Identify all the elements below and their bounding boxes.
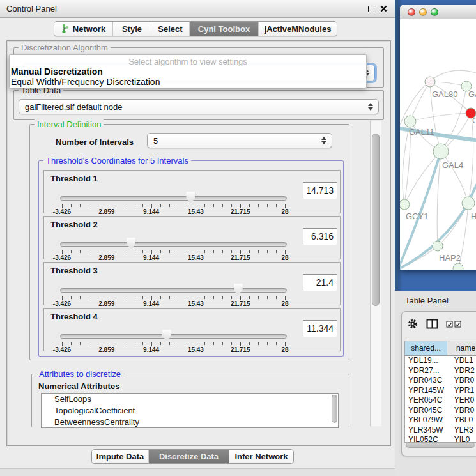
network-node-label: GAL80 [432, 89, 457, 99]
table-row[interactable]: YBR043CYBR0 [405, 376, 476, 386]
slider-tick-label: -3.426 [48, 208, 76, 215]
table-row[interactable]: YDL19...YDL1 [405, 356, 476, 366]
threshold-label: Threshold 1 [50, 174, 98, 183]
table-row[interactable]: YLR345WYLR3 [405, 426, 476, 436]
network-edge [410, 82, 430, 121]
network-graph-canvas[interactable]: GAL80GACGAL11GAL4GCY1HHAP2 [400, 19, 476, 270]
slider-tick-mark [71, 342, 72, 345]
slider-tick-mark [187, 204, 187, 207]
numerical-attributes-list[interactable]: SelfLoopsTopologicalCoefficientBetweenne… [41, 393, 339, 428]
table-cell: YDR2 [450, 366, 476, 376]
checkbox-checked-icon[interactable] [446, 321, 453, 328]
threshold-slider-thumb[interactable] [186, 192, 195, 203]
thresholds-group: Threshold's Coordinates for 5 Intervals … [38, 160, 344, 357]
table-cell: YBL0 [450, 415, 476, 426]
network-node-h[interactable] [462, 197, 475, 210]
threshold-value-field[interactable]: 11.344 [303, 320, 337, 337]
tab-cyni-toolbox[interactable]: Cyni Toolbox [190, 22, 259, 36]
table-column-header[interactable]: name [447, 341, 476, 355]
float-window-icon[interactable] [368, 6, 374, 12]
network-node-gal11[interactable] [404, 116, 416, 127]
threshold-slider-track[interactable] [60, 196, 287, 201]
network-node-gcy1[interactable] [400, 199, 410, 210]
slider-tick-mark [249, 342, 250, 345]
menu-item-manual-discretization[interactable]: Manual Discretization [10, 66, 366, 77]
network-node-hap2[interactable] [433, 241, 443, 251]
table-toolbar [407, 318, 461, 330]
slider-tick-mark [249, 204, 250, 207]
gear-icon[interactable] [407, 318, 418, 330]
bottom-tab-impute-data[interactable]: Impute Data [92, 450, 149, 463]
table-panel-header: Table Panel [395, 291, 476, 311]
network-window-titlebar[interactable] [400, 5, 476, 19]
table-row[interactable]: YDR27...YDR2 [405, 366, 476, 376]
cyni-bottom-tabs: Impute DataDiscretize DataInfer Network [91, 449, 294, 464]
table-data-combo[interactable]: galFiltered.sif default node [19, 99, 379, 114]
attribute-list-item[interactable]: BetweennessCentrality [42, 417, 338, 428]
network-node-gal4[interactable] [433, 144, 449, 159]
close-icon[interactable] [380, 5, 387, 12]
threshold-slider-track[interactable] [60, 242, 287, 247]
number-of-intervals-combo[interactable]: 5 [147, 133, 332, 148]
threshold-value-field[interactable]: 14.713 [303, 182, 337, 199]
threshold-panel: Threshold 4-3.4262.8599.14415.4321.71528… [43, 308, 341, 351]
slider-tick-label: 2.859 [93, 300, 121, 307]
table-column-header[interactable]: shared... [405, 341, 447, 355]
network-edge-thick [400, 151, 441, 270]
table-cell: YDL1 [450, 356, 476, 366]
network-edge [468, 113, 473, 203]
slider-tick-mark [276, 204, 277, 207]
slider-tick-mark [98, 250, 98, 253]
content-scrollbar-thumb[interactable] [372, 134, 380, 306]
slider-tick-mark [116, 250, 116, 253]
threshold-slider-thumb[interactable] [234, 284, 243, 295]
table-cell: YBR0 [450, 406, 476, 416]
slider-tick-mark [134, 204, 134, 207]
table-row[interactable]: YBL079WYBL0 [405, 415, 476, 426]
table-row[interactable]: YPR145WYPR1 [405, 386, 476, 396]
attributes-scrollbar-thumb[interactable] [332, 395, 337, 423]
tab-style[interactable]: Style [113, 22, 151, 36]
threshold-panel: Threshold 3-3.4262.8599.14415.4321.71528… [43, 262, 341, 305]
zoom-traffic-light-icon[interactable] [431, 8, 438, 16]
attribute-list-item[interactable]: SelfLoops [42, 394, 338, 405]
tab-select[interactable]: Select [151, 22, 190, 36]
threshold-slider-thumb[interactable] [127, 238, 135, 249]
threshold-value-field[interactable]: 6.316 [303, 228, 337, 245]
checkbox-checked-icon[interactable] [454, 321, 461, 328]
slider-tick-mark [178, 250, 178, 253]
network-node[interactable] [453, 263, 463, 270]
bottom-tab-discretize-data[interactable]: Discretize Data [149, 450, 229, 463]
node-table: shared...name YDL19...YDL1YDR27...YDR2YB… [404, 341, 476, 443]
tab-label: Select [158, 24, 182, 34]
algorithm-hint: Select algorithm to view settings [10, 55, 366, 66]
slider-tick-mark [187, 250, 187, 253]
desktop-background: GAL80GACGAL11GAL4GCY1HHAP2 [395, 0, 476, 291]
network-view-window[interactable]: GAL80GACGAL11GAL4GCY1HHAP2 [400, 5, 476, 270]
tab-network[interactable]: Network [54, 22, 113, 36]
table-row[interactable]: YBR045CYBR0 [405, 406, 476, 416]
slider-tick-mark [276, 250, 277, 253]
network-node-label: GAL11 [409, 127, 434, 137]
table-row[interactable]: YER054CYER0 [405, 395, 476, 406]
slider-tick-label: 21.715 [226, 208, 254, 215]
network-node-gal80[interactable] [425, 77, 435, 87]
minimize-traffic-light-icon[interactable] [419, 8, 427, 16]
tab-jactivemnodules[interactable]: jActiveMNodules [259, 22, 337, 36]
slider-tick-mark [134, 296, 134, 299]
slider-tick-label: 28 [271, 254, 299, 261]
attribute-list-item[interactable]: TopologicalCoefficient [42, 405, 338, 417]
slider-tick-mark [231, 342, 232, 345]
bottom-tab-infer-network[interactable]: Infer Network [229, 450, 293, 463]
threshold-slider-thumb[interactable] [162, 330, 171, 341]
threshold-slider-track[interactable] [60, 288, 287, 293]
close-traffic-light-icon[interactable] [408, 8, 415, 16]
slider-tick-label: 28 [271, 346, 299, 353]
network-node-label: H [471, 211, 476, 221]
control-panel-title: Control Panel [6, 4, 57, 13]
threshold-slider-track[interactable] [60, 334, 287, 339]
threshold-value-field[interactable]: 21.4 [303, 274, 337, 291]
table-hscrollbar-thumb[interactable] [406, 442, 475, 448]
column-layout-icon[interactable] [426, 319, 438, 329]
menu-item-equal-width-frequency[interactable]: Equal Width/Frequency Discretization [10, 77, 366, 87]
